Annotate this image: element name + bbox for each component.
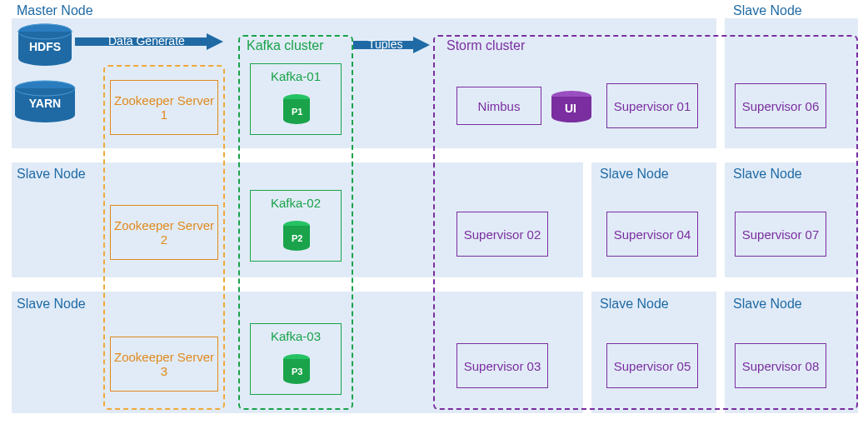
zookeeper-2-label: Zookeeper Server 2 — [111, 218, 217, 247]
zookeeper-1-label: Zookeeper Server 1 — [111, 93, 217, 122]
supervisor-07-label: Supervisor 07 — [742, 227, 820, 242]
supervisor-08: Supervisor 08 — [735, 343, 826, 388]
supervisor-02-label: Supervisor 02 — [464, 227, 541, 242]
supervisor-05: Supervisor 05 — [606, 343, 698, 388]
kafka-01-p: P1 — [292, 107, 302, 117]
kafka-01-label: Kafka-01 — [271, 69, 321, 83]
supervisor-03-label: Supervisor 03 — [464, 359, 541, 373]
svg-marker-9 — [207, 33, 223, 50]
zookeeper-3-label: Zookeeper Server 3 — [111, 350, 217, 378]
supervisor-04: Supervisor 04 — [606, 212, 698, 257]
yarn-label: YARN — [23, 97, 67, 110]
kafka-03-p: P3 — [292, 367, 302, 377]
svg-marker-11 — [413, 37, 430, 53]
arrow-tuples-label: Tuples — [363, 37, 408, 52]
ui-label: UI — [565, 102, 576, 115]
zookeeper-1: Zookeeper Server 1 — [110, 80, 218, 135]
nimbus: Nimbus — [456, 87, 541, 125]
label-master: Master Node — [17, 3, 93, 18]
supervisor-06: Supervisor 06 — [735, 83, 826, 128]
kafka-02-label: Kafka-02 — [271, 196, 321, 210]
storm-cluster-label: Storm cluster — [446, 38, 525, 53]
supervisor-07: Supervisor 07 — [735, 212, 826, 257]
supervisor-06-label: Supervisor 06 — [742, 99, 820, 113]
kafka-03-label: Kafka-03 — [271, 329, 321, 343]
supervisor-01: Supervisor 01 — [606, 83, 698, 128]
label-slave-r1: Slave Node — [733, 3, 802, 18]
supervisor-04-label: Supervisor 04 — [614, 227, 691, 242]
label-slave-r3a: Slave Node — [17, 297, 86, 312]
zookeeper-3: Zookeeper Server 3 — [110, 337, 218, 392]
kafka-cluster-label: Kafka cluster — [247, 38, 323, 53]
zookeeper-2: Zookeeper Server 2 — [110, 205, 218, 260]
kafka-02-p: P2 — [292, 233, 302, 243]
supervisor-03: Supervisor 03 — [456, 343, 548, 388]
arrow-data-generate-label: Data Generate — [103, 33, 190, 48]
label-slave-r2a: Slave Node — [17, 167, 86, 182]
supervisor-02: Supervisor 02 — [456, 212, 548, 257]
supervisor-05-label: Supervisor 05 — [614, 359, 691, 373]
hdfs-label: HDFS — [25, 40, 65, 53]
supervisor-01-label: Supervisor 01 — [614, 99, 691, 113]
supervisor-08-label: Supervisor 08 — [742, 359, 820, 373]
nimbus-label: Nimbus — [478, 99, 521, 113]
